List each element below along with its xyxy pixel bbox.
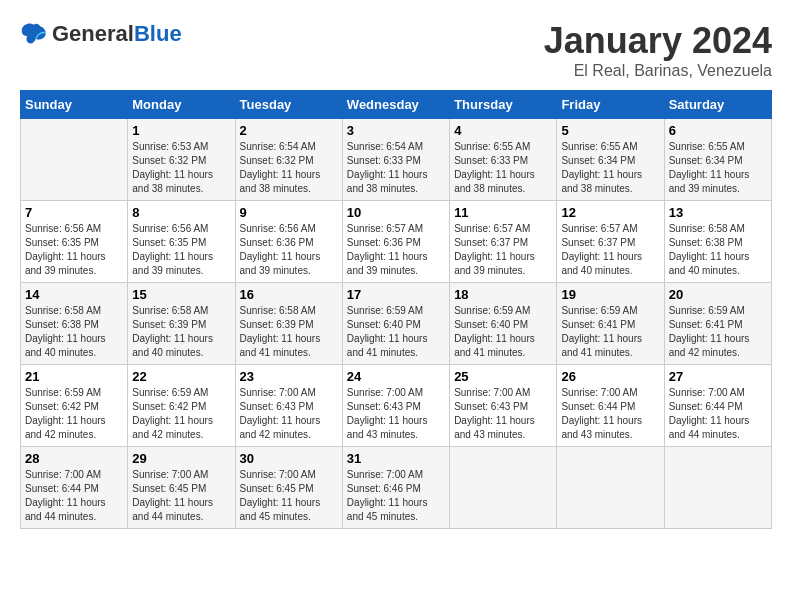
day-info: Sunrise: 6:59 AM Sunset: 6:40 PM Dayligh… (347, 304, 445, 360)
header-tuesday: Tuesday (235, 91, 342, 119)
table-row: 31Sunrise: 7:00 AM Sunset: 6:46 PM Dayli… (342, 447, 449, 529)
day-number: 20 (669, 287, 767, 302)
table-row: 27Sunrise: 7:00 AM Sunset: 6:44 PM Dayli… (664, 365, 771, 447)
day-number: 25 (454, 369, 552, 384)
day-info: Sunrise: 6:57 AM Sunset: 6:36 PM Dayligh… (347, 222, 445, 278)
day-number: 17 (347, 287, 445, 302)
day-number: 23 (240, 369, 338, 384)
day-number: 11 (454, 205, 552, 220)
table-row: 13Sunrise: 6:58 AM Sunset: 6:38 PM Dayli… (664, 201, 771, 283)
day-number: 22 (132, 369, 230, 384)
table-row: 17Sunrise: 6:59 AM Sunset: 6:40 PM Dayli… (342, 283, 449, 365)
day-number: 30 (240, 451, 338, 466)
day-info: Sunrise: 6:58 AM Sunset: 6:39 PM Dayligh… (240, 304, 338, 360)
day-info: Sunrise: 7:00 AM Sunset: 6:44 PM Dayligh… (669, 386, 767, 442)
day-info: Sunrise: 7:00 AM Sunset: 6:45 PM Dayligh… (240, 468, 338, 524)
table-row: 28Sunrise: 7:00 AM Sunset: 6:44 PM Dayli… (21, 447, 128, 529)
logo-general: General (52, 22, 134, 46)
header-thursday: Thursday (450, 91, 557, 119)
logo: General Blue (20, 20, 182, 48)
table-row: 19Sunrise: 6:59 AM Sunset: 6:41 PM Dayli… (557, 283, 664, 365)
day-info: Sunrise: 6:55 AM Sunset: 6:34 PM Dayligh… (561, 140, 659, 196)
table-row: 3Sunrise: 6:54 AM Sunset: 6:33 PM Daylig… (342, 119, 449, 201)
table-row: 7Sunrise: 6:56 AM Sunset: 6:35 PM Daylig… (21, 201, 128, 283)
day-info: Sunrise: 6:55 AM Sunset: 6:34 PM Dayligh… (669, 140, 767, 196)
header-saturday: Saturday (664, 91, 771, 119)
day-number: 9 (240, 205, 338, 220)
day-number: 7 (25, 205, 123, 220)
day-number: 10 (347, 205, 445, 220)
logo-bird-icon (20, 20, 48, 48)
table-row: 5Sunrise: 6:55 AM Sunset: 6:34 PM Daylig… (557, 119, 664, 201)
day-info: Sunrise: 7:00 AM Sunset: 6:43 PM Dayligh… (454, 386, 552, 442)
day-number: 5 (561, 123, 659, 138)
weekday-header-row: Sunday Monday Tuesday Wednesday Thursday… (21, 91, 772, 119)
calendar-subtitle: El Real, Barinas, Venezuela (544, 62, 772, 80)
day-info: Sunrise: 6:56 AM Sunset: 6:35 PM Dayligh… (132, 222, 230, 278)
calendar-title: January 2024 (544, 20, 772, 62)
day-info: Sunrise: 6:59 AM Sunset: 6:42 PM Dayligh… (25, 386, 123, 442)
table-row: 16Sunrise: 6:58 AM Sunset: 6:39 PM Dayli… (235, 283, 342, 365)
day-number: 6 (669, 123, 767, 138)
header-friday: Friday (557, 91, 664, 119)
day-info: Sunrise: 6:53 AM Sunset: 6:32 PM Dayligh… (132, 140, 230, 196)
table-row: 20Sunrise: 6:59 AM Sunset: 6:41 PM Dayli… (664, 283, 771, 365)
day-number: 28 (25, 451, 123, 466)
logo-blue: Blue (134, 22, 182, 46)
day-number: 3 (347, 123, 445, 138)
table-row: 15Sunrise: 6:58 AM Sunset: 6:39 PM Dayli… (128, 283, 235, 365)
calendar-week-row: 28Sunrise: 7:00 AM Sunset: 6:44 PM Dayli… (21, 447, 772, 529)
table-row: 24Sunrise: 7:00 AM Sunset: 6:43 PM Dayli… (342, 365, 449, 447)
day-info: Sunrise: 7:00 AM Sunset: 6:46 PM Dayligh… (347, 468, 445, 524)
table-row: 11Sunrise: 6:57 AM Sunset: 6:37 PM Dayli… (450, 201, 557, 283)
table-row: 2Sunrise: 6:54 AM Sunset: 6:32 PM Daylig… (235, 119, 342, 201)
day-number: 16 (240, 287, 338, 302)
day-info: Sunrise: 6:59 AM Sunset: 6:41 PM Dayligh… (669, 304, 767, 360)
day-number: 21 (25, 369, 123, 384)
day-number: 2 (240, 123, 338, 138)
header-wednesday: Wednesday (342, 91, 449, 119)
header-monday: Monday (128, 91, 235, 119)
header-sunday: Sunday (21, 91, 128, 119)
table-row: 1Sunrise: 6:53 AM Sunset: 6:32 PM Daylig… (128, 119, 235, 201)
day-info: Sunrise: 6:58 AM Sunset: 6:39 PM Dayligh… (132, 304, 230, 360)
day-number: 31 (347, 451, 445, 466)
day-info: Sunrise: 6:55 AM Sunset: 6:33 PM Dayligh… (454, 140, 552, 196)
day-info: Sunrise: 6:59 AM Sunset: 6:40 PM Dayligh… (454, 304, 552, 360)
page-header: General Blue January 2024 El Real, Barin… (20, 20, 772, 80)
table-row: 29Sunrise: 7:00 AM Sunset: 6:45 PM Dayli… (128, 447, 235, 529)
table-row (557, 447, 664, 529)
table-row: 22Sunrise: 6:59 AM Sunset: 6:42 PM Dayli… (128, 365, 235, 447)
day-number: 1 (132, 123, 230, 138)
day-number: 13 (669, 205, 767, 220)
day-info: Sunrise: 6:56 AM Sunset: 6:35 PM Dayligh… (25, 222, 123, 278)
calendar-week-row: 21Sunrise: 6:59 AM Sunset: 6:42 PM Dayli… (21, 365, 772, 447)
title-block: January 2024 El Real, Barinas, Venezuela (544, 20, 772, 80)
day-number: 4 (454, 123, 552, 138)
table-row: 12Sunrise: 6:57 AM Sunset: 6:37 PM Dayli… (557, 201, 664, 283)
table-row (21, 119, 128, 201)
day-info: Sunrise: 7:00 AM Sunset: 6:43 PM Dayligh… (347, 386, 445, 442)
table-row (664, 447, 771, 529)
table-row: 26Sunrise: 7:00 AM Sunset: 6:44 PM Dayli… (557, 365, 664, 447)
table-row: 23Sunrise: 7:00 AM Sunset: 6:43 PM Dayli… (235, 365, 342, 447)
table-row: 14Sunrise: 6:58 AM Sunset: 6:38 PM Dayli… (21, 283, 128, 365)
table-row: 30Sunrise: 7:00 AM Sunset: 6:45 PM Dayli… (235, 447, 342, 529)
table-row: 21Sunrise: 6:59 AM Sunset: 6:42 PM Dayli… (21, 365, 128, 447)
day-info: Sunrise: 7:00 AM Sunset: 6:43 PM Dayligh… (240, 386, 338, 442)
day-info: Sunrise: 6:59 AM Sunset: 6:42 PM Dayligh… (132, 386, 230, 442)
table-row (450, 447, 557, 529)
day-info: Sunrise: 6:59 AM Sunset: 6:41 PM Dayligh… (561, 304, 659, 360)
day-number: 29 (132, 451, 230, 466)
day-info: Sunrise: 6:58 AM Sunset: 6:38 PM Dayligh… (25, 304, 123, 360)
day-number: 12 (561, 205, 659, 220)
day-info: Sunrise: 6:57 AM Sunset: 6:37 PM Dayligh… (561, 222, 659, 278)
table-row: 9Sunrise: 6:56 AM Sunset: 6:36 PM Daylig… (235, 201, 342, 283)
day-number: 24 (347, 369, 445, 384)
day-number: 26 (561, 369, 659, 384)
day-number: 27 (669, 369, 767, 384)
day-number: 18 (454, 287, 552, 302)
calendar-table: Sunday Monday Tuesday Wednesday Thursday… (20, 90, 772, 529)
table-row: 4Sunrise: 6:55 AM Sunset: 6:33 PM Daylig… (450, 119, 557, 201)
day-info: Sunrise: 6:58 AM Sunset: 6:38 PM Dayligh… (669, 222, 767, 278)
